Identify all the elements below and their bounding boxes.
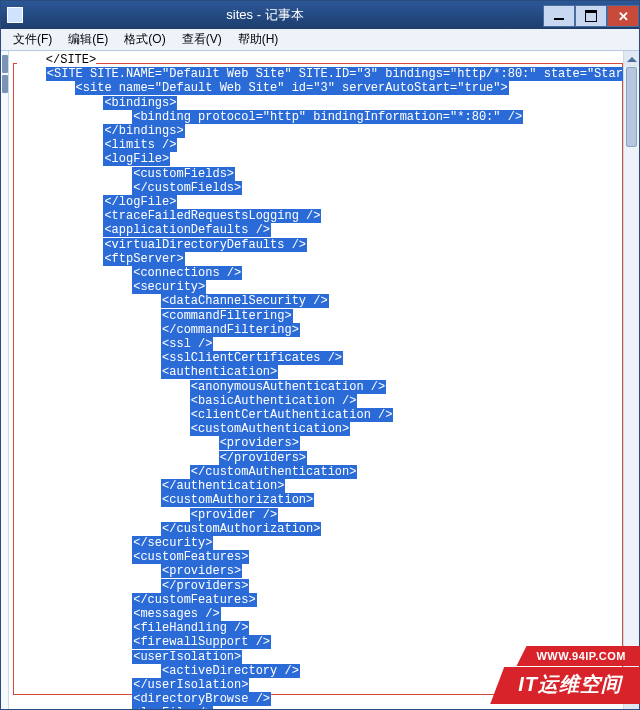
- code-line[interactable]: <customAuthorization>: [17, 493, 619, 507]
- code-line[interactable]: </providers>: [17, 451, 619, 465]
- code-line[interactable]: <site name="Default Web Site" id="3" ser…: [17, 81, 619, 95]
- code-line[interactable]: <logFile>: [17, 152, 619, 166]
- menu-view[interactable]: 查看(V): [174, 29, 230, 50]
- code-line[interactable]: <customFeatures>: [17, 550, 619, 564]
- code-line[interactable]: </SITE>: [17, 53, 619, 67]
- code-line[interactable]: <customFields>: [17, 167, 619, 181]
- code-line[interactable]: <clientCertAuthentication />: [17, 408, 619, 422]
- menu-edit[interactable]: 编辑(E): [60, 29, 116, 50]
- menu-help[interactable]: 帮助(H): [230, 29, 287, 50]
- code-text[interactable]: </SITE> <SITE SITE.NAME="Default Web Sit…: [17, 53, 619, 709]
- content-area: </SITE> <SITE SITE.NAME="Default Web Sit…: [1, 51, 639, 709]
- watermark-bar: IT运维空间: [490, 667, 640, 704]
- code-line[interactable]: <anonymousAuthentication />: [17, 380, 619, 394]
- maximize-button[interactable]: [575, 5, 607, 27]
- code-line[interactable]: <commandFiltering>: [17, 309, 619, 323]
- code-line[interactable]: <applicationDefaults />: [17, 223, 619, 237]
- minimize-button[interactable]: [543, 5, 575, 27]
- titlebar[interactable]: sites - 记事本 ✕: [1, 1, 639, 29]
- code-line[interactable]: </commandFiltering>: [17, 323, 619, 337]
- window-title: sites - 记事本: [1, 6, 529, 24]
- code-line[interactable]: <fileHandling />: [17, 621, 619, 635]
- code-line[interactable]: <customAuthentication>: [17, 422, 619, 436]
- code-line[interactable]: <dataChannelSecurity />: [17, 294, 619, 308]
- close-button[interactable]: ✕: [607, 5, 639, 27]
- code-line[interactable]: <ftpServer>: [17, 252, 619, 266]
- code-line[interactable]: <logFile />: [17, 706, 619, 709]
- editor[interactable]: </SITE> <SITE SITE.NAME="Default Web Sit…: [9, 51, 639, 709]
- code-line[interactable]: <authentication>: [17, 365, 619, 379]
- code-line[interactable]: </customFeatures>: [17, 593, 619, 607]
- code-line[interactable]: <binding protocol="http" bindingInformat…: [17, 110, 619, 124]
- menu-file[interactable]: 文件(F): [5, 29, 60, 50]
- code-line[interactable]: <sslClientCertificates />: [17, 351, 619, 365]
- code-line[interactable]: </customAuthorization>: [17, 522, 619, 536]
- margin-gutter: [1, 51, 9, 709]
- code-line[interactable]: </security>: [17, 536, 619, 550]
- window-controls: ✕: [543, 3, 639, 27]
- code-line[interactable]: <ssl />: [17, 337, 619, 351]
- code-line[interactable]: <limits />: [17, 138, 619, 152]
- app-window: sites - 记事本 ✕ 文件(F) 编辑(E) 格式(O) 查看(V) 帮助…: [0, 0, 640, 710]
- code-line[interactable]: <providers>: [17, 564, 619, 578]
- scroll-track[interactable]: [624, 67, 639, 693]
- code-line[interactable]: <virtualDirectoryDefaults />: [17, 238, 619, 252]
- scroll-up-button[interactable]: [624, 51, 639, 67]
- code-line[interactable]: </customFields>: [17, 181, 619, 195]
- vertical-scrollbar[interactable]: [623, 51, 639, 709]
- code-line[interactable]: <traceFailedRequestsLogging />: [17, 209, 619, 223]
- code-line[interactable]: <bindings>: [17, 96, 619, 110]
- code-line[interactable]: <providers>: [17, 436, 619, 450]
- code-line[interactable]: </bindings>: [17, 124, 619, 138]
- margin-thumb: [2, 55, 8, 73]
- menu-format[interactable]: 格式(O): [116, 29, 173, 50]
- watermark-badge: WWW.94IP.COM: [516, 646, 640, 666]
- code-line[interactable]: <security>: [17, 280, 619, 294]
- margin-thumb: [2, 75, 8, 93]
- code-line[interactable]: </customAuthentication>: [17, 465, 619, 479]
- code-line[interactable]: <connections />: [17, 266, 619, 280]
- scroll-thumb[interactable]: [626, 67, 637, 147]
- code-line[interactable]: <provider />: [17, 508, 619, 522]
- menubar: 文件(F) 编辑(E) 格式(O) 查看(V) 帮助(H): [1, 29, 639, 51]
- code-line[interactable]: <basicAuthentication />: [17, 394, 619, 408]
- code-line[interactable]: </providers>: [17, 579, 619, 593]
- code-line[interactable]: <SITE SITE.NAME="Default Web Site" SITE.…: [17, 67, 619, 81]
- code-line[interactable]: </authentication>: [17, 479, 619, 493]
- code-line[interactable]: <messages />: [17, 607, 619, 621]
- code-line[interactable]: </logFile>: [17, 195, 619, 209]
